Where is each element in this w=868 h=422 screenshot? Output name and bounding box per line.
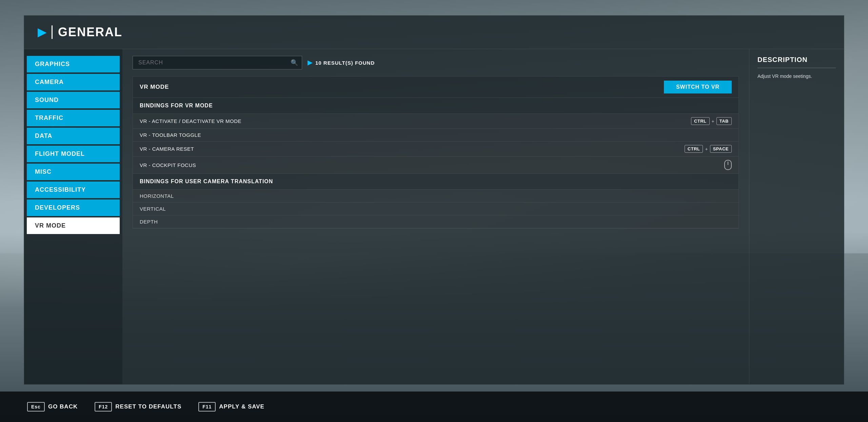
search-input[interactable] bbox=[133, 56, 302, 69]
sidebar-item-data[interactable]: DATA bbox=[27, 128, 120, 144]
binding-depth[interactable]: DEPTH bbox=[133, 215, 738, 228]
mouse-icon bbox=[724, 160, 732, 170]
apply-save-label: APPLY & SAVE bbox=[219, 403, 264, 410]
sidebar: GRAPHICS CAMERA SOUND TRAFFIC DATA FLIGH… bbox=[24, 49, 122, 384]
key-combo-ctrl-space: CTRL + SPACE bbox=[685, 145, 732, 153]
header-divider bbox=[52, 25, 53, 39]
reset-defaults-label: RESET TO DEFAULTS bbox=[115, 403, 181, 410]
vr-mode-row: VR MODE SWITCH TO VR bbox=[133, 77, 738, 98]
ctrl-key-2: CTRL bbox=[685, 145, 703, 153]
results-count: ▶ 10 RESULT(S) FOUND bbox=[308, 59, 375, 66]
sidebar-item-misc[interactable]: MISC bbox=[27, 164, 120, 180]
plus-separator-2: + bbox=[705, 146, 708, 152]
mouse-scroll-line bbox=[728, 162, 728, 165]
sidebar-item-accessibility[interactable]: ACCESSIBILITY bbox=[27, 182, 120, 198]
binding-vr-toolbar-label: VR - TOOLBAR TOGGLE bbox=[140, 132, 732, 138]
sidebar-item-sound[interactable]: SOUND bbox=[27, 92, 120, 108]
binding-vr-cockpit-focus[interactable]: VR - COCKPIT FOCUS bbox=[133, 156, 738, 174]
page-title: GENERAL bbox=[58, 25, 122, 39]
bottom-bar: Esc GO BACK F12 RESET TO DEFAULTS F11 AP… bbox=[0, 392, 868, 422]
sidebar-item-camera[interactable]: CAMERA bbox=[27, 74, 120, 90]
tab-key: TAB bbox=[716, 117, 732, 125]
switch-to-vr-button[interactable]: SWITCH TO VR bbox=[664, 81, 732, 93]
bindings-camera-translation-header: BINDINGS FOR USER CAMERA TRANSLATION bbox=[133, 174, 738, 190]
settings-area: VR MODE SWITCH TO VR BINDINGS FOR VR MOD… bbox=[133, 76, 739, 229]
content-area: GRAPHICS CAMERA SOUND TRAFFIC DATA FLIGH… bbox=[24, 49, 844, 384]
binding-vr-toolbar-toggle[interactable]: VR - TOOLBAR TOGGLE bbox=[133, 129, 738, 142]
f12-key: F12 bbox=[95, 402, 112, 412]
apply-save-action[interactable]: F11 APPLY & SAVE bbox=[198, 402, 264, 412]
sidebar-item-traffic[interactable]: TRAFFIC bbox=[27, 110, 120, 126]
go-back-action[interactable]: Esc GO BACK bbox=[27, 402, 78, 412]
sidebar-item-flight-model[interactable]: FLIGHT MODEL bbox=[27, 146, 120, 162]
depth-label: DEPTH bbox=[140, 219, 158, 225]
vr-mode-label: VR MODE bbox=[140, 84, 664, 90]
header-arrow-icon: ▶ bbox=[38, 27, 46, 38]
main-content: 🔍 ▶ 10 RESULT(S) FOUND VR MODE SWITCH TO… bbox=[122, 49, 749, 384]
plus-separator: + bbox=[712, 119, 714, 124]
reset-defaults-action[interactable]: F12 RESET TO DEFAULTS bbox=[95, 402, 181, 412]
description-title: DESCRIPTION bbox=[757, 56, 836, 68]
binding-vr-activate[interactable]: VR - ACTIVATE / DEACTIVATE VR MODE CTRL … bbox=[133, 114, 738, 129]
binding-vr-camera-reset[interactable]: VR - CAMERA RESET CTRL + SPACE bbox=[133, 142, 738, 156]
search-input-wrap: 🔍 bbox=[133, 56, 302, 69]
bindings-vr-mode-header: BINDINGS FOR VR MODE bbox=[133, 98, 738, 114]
go-back-label: GO BACK bbox=[48, 403, 78, 410]
ctrl-key: CTRL bbox=[691, 117, 710, 125]
results-count-label: 10 RESULT(S) FOUND bbox=[315, 60, 375, 66]
binding-vr-camera-reset-label: VR - CAMERA RESET bbox=[140, 146, 685, 152]
search-bar: 🔍 ▶ 10 RESULT(S) FOUND bbox=[133, 56, 739, 69]
horizontal-label: HORIZONTAL bbox=[140, 193, 174, 199]
results-arrow-icon: ▶ bbox=[308, 59, 313, 66]
search-icon: 🔍 bbox=[291, 59, 298, 66]
f11-key: F11 bbox=[198, 402, 216, 412]
space-key: SPACE bbox=[710, 145, 732, 153]
vertical-label: VERTICAL bbox=[140, 206, 166, 212]
binding-vr-cockpit-label: VR - COCKPIT FOCUS bbox=[140, 162, 724, 168]
sidebar-item-vr-mode[interactable]: VR MODE bbox=[27, 217, 120, 234]
esc-key: Esc bbox=[27, 402, 45, 412]
binding-horizontal[interactable]: HORIZONTAL bbox=[133, 190, 738, 203]
binding-vr-activate-label: VR - ACTIVATE / DEACTIVATE VR MODE bbox=[140, 118, 691, 124]
sidebar-item-developers[interactable]: DEVELOPERS bbox=[27, 199, 120, 216]
header: ▶ GENERAL bbox=[24, 16, 844, 49]
main-panel: ▶ GENERAL GRAPHICS CAMERA SOUND TRAFFIC … bbox=[24, 15, 844, 385]
key-combo-ctrl-tab: CTRL + TAB bbox=[691, 117, 732, 125]
binding-vertical[interactable]: VERTICAL bbox=[133, 203, 738, 215]
description-text: Adjust VR mode seetings. bbox=[757, 73, 836, 80]
description-panel: DESCRIPTION Adjust VR mode seetings. bbox=[749, 49, 844, 384]
sidebar-item-graphics[interactable]: GRAPHICS bbox=[27, 56, 120, 72]
